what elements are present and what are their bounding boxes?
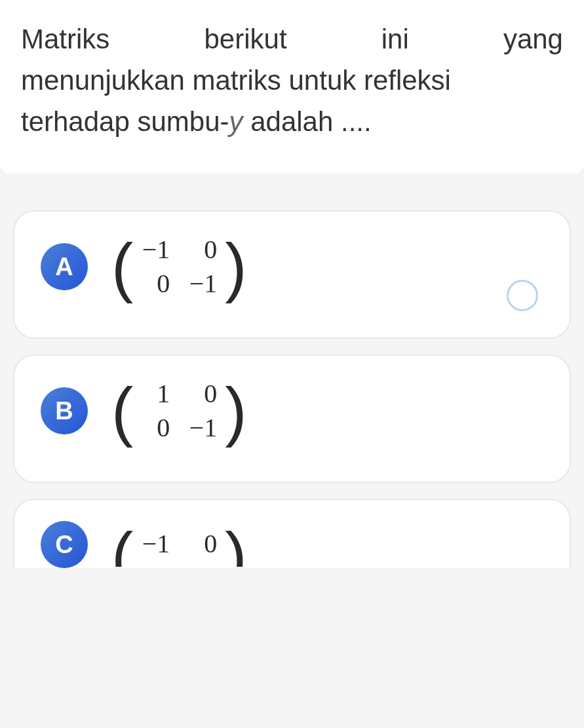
q-word3: ini xyxy=(381,18,409,60)
b-r2c1: 0 xyxy=(141,411,170,445)
a-r1c2: 0 xyxy=(188,233,217,267)
question-card: Matriks berikut ini yang menunjukkan mat… xyxy=(0,0,584,174)
b-r1c2: 0 xyxy=(188,377,217,411)
a-r2c1: 0 xyxy=(141,267,170,301)
option-b[interactable]: B ( 1 0 0 −1 ) xyxy=(13,354,571,483)
q-word2: berikut xyxy=(204,18,287,60)
a-r2c2: −1 xyxy=(188,267,217,301)
spacer xyxy=(0,184,584,195)
option-b-badge: B xyxy=(41,387,88,434)
q-line2: menunjukkan matriks untuk refleksi xyxy=(21,60,563,101)
option-a-matrix: ( −1 0 0 −1 ) xyxy=(111,233,247,301)
paren-right-icon: ) xyxy=(225,247,246,286)
question-text: Matriks berikut ini yang menunjukkan mat… xyxy=(21,18,563,142)
paren-left-icon: ( xyxy=(111,247,133,286)
paren-left-icon: ( xyxy=(111,536,133,567)
option-b-matrix: ( 1 0 0 −1 ) xyxy=(111,377,247,445)
option-c-badge: C xyxy=(41,521,88,568)
c-r1c1: −1 xyxy=(141,527,170,561)
option-a-badge: A xyxy=(41,243,88,290)
q-word1: Matriks xyxy=(21,18,109,60)
paren-right-icon: ) xyxy=(225,536,246,567)
b-r2c2: −1 xyxy=(188,411,217,445)
paren-right-icon: ) xyxy=(225,391,246,431)
option-a[interactable]: A ( −1 0 0 −1 ) xyxy=(13,210,571,339)
q-line3-p1: terhadap sumbu- xyxy=(21,106,229,137)
a-r1c1: −1 xyxy=(141,233,170,267)
paren-left-icon: ( xyxy=(111,391,133,431)
radio-a[interactable] xyxy=(507,280,538,311)
option-c[interactable]: C ( −1 0 ) xyxy=(13,499,571,568)
q-line3-y: y xyxy=(229,106,243,137)
q-line3-p2: adalah .... xyxy=(243,106,372,137)
option-c-matrix: ( −1 0 ) xyxy=(111,521,247,567)
b-r1c1: 1 xyxy=(141,377,170,411)
q-word4: yang xyxy=(503,18,563,60)
c-r1c2: 0 xyxy=(188,527,217,561)
